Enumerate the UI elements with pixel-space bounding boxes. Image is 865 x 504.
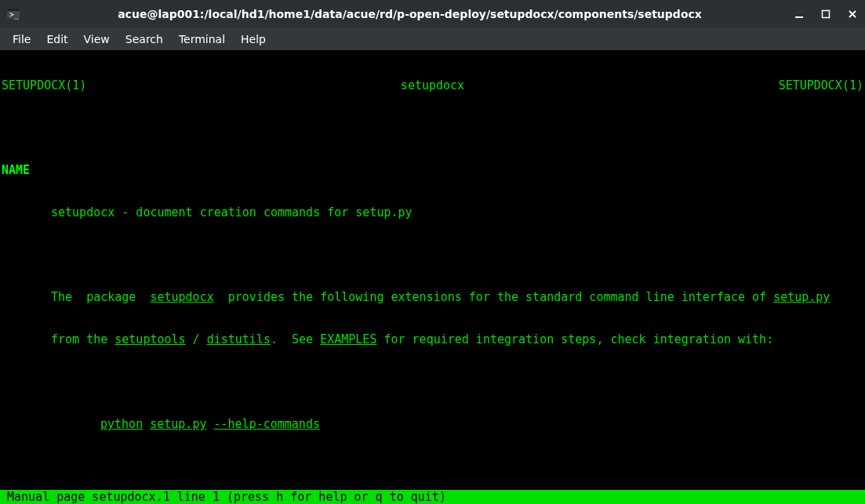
command-example: python setup.py --help-commands xyxy=(2,417,863,431)
menu-help[interactable]: Help xyxy=(233,33,274,45)
menu-view[interactable]: View xyxy=(76,33,118,45)
text: provides the following extensions for th… xyxy=(214,290,773,304)
manpage-header-center: setupdocx xyxy=(86,78,778,92)
terminal-viewport[interactable]: SETUPDOCX(1) setupdocx SETUPDOCX(1) NAME… xyxy=(0,50,865,504)
desc-paragraph-2: from the setuptools / distutils. See EXA… xyxy=(2,332,863,346)
cmd-help-commands: --help-commands xyxy=(214,417,320,431)
desc-paragraph-1: The package setupdocx provides the follo… xyxy=(2,290,863,304)
text: from the xyxy=(51,332,114,346)
text: . See xyxy=(271,332,320,346)
terminal-app-icon: >_ xyxy=(6,7,20,21)
menu-terminal[interactable]: Terminal xyxy=(171,33,233,45)
menu-file[interactable]: File xyxy=(5,33,38,45)
link-setup-py: setup.py xyxy=(773,290,830,304)
link-setupdocx: setupdocx xyxy=(150,290,213,304)
text: / xyxy=(186,332,207,346)
menu-edit[interactable]: Edit xyxy=(38,33,75,45)
cmd-python: python xyxy=(100,417,143,431)
menu-bar: File Edit View Search Terminal Help xyxy=(0,28,865,50)
link-distutils: distutils xyxy=(207,332,271,346)
manpage-header-right: SETUPDOCX(1) xyxy=(779,78,863,92)
svg-text:>_: >_ xyxy=(9,10,20,20)
status-text: Manual page setupdocx.1 line 1 (press h … xyxy=(7,490,446,504)
window-title: acue@lap001:/local/hd1/home1/data/acue/r… xyxy=(27,8,793,20)
manpage-header: SETUPDOCX(1) setupdocx SETUPDOCX(1) xyxy=(2,78,863,92)
text: The package xyxy=(51,290,150,304)
svg-rect-3 xyxy=(795,16,803,18)
window-titlebar: >_ acue@lap001:/local/hd1/home1/data/acu… xyxy=(0,0,865,28)
minimize-button[interactable] xyxy=(793,8,805,20)
link-setuptools: setuptools xyxy=(114,332,185,346)
close-button[interactable] xyxy=(846,8,859,20)
section-name-heading: NAME xyxy=(2,163,863,177)
maximize-button[interactable] xyxy=(820,8,832,20)
manpage-header-left: SETUPDOCX(1) xyxy=(2,78,86,92)
cmd-setup-py: setup.py xyxy=(150,417,206,431)
menu-search[interactable]: Search xyxy=(118,33,171,45)
link-examples: EXAMPLES xyxy=(320,332,376,346)
text: for required integration steps, check in… xyxy=(376,332,773,346)
svg-rect-4 xyxy=(823,11,830,18)
man-status-bar: Manual page setupdocx.1 line 1 (press h … xyxy=(0,490,865,504)
name-line: setupdocx - document creation commands f… xyxy=(2,205,863,219)
